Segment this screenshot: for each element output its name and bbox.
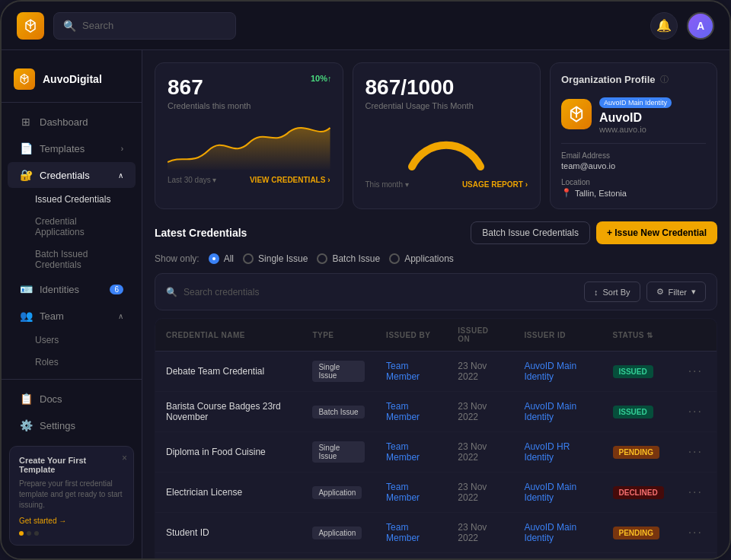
cell-more[interactable]: ···: [675, 392, 717, 432]
cell-issued-by[interactable]: Team Member: [375, 352, 447, 392]
cell-more[interactable]: ···: [675, 432, 717, 473]
sidebar-item-identities[interactable]: 🪪 Identities 6: [8, 276, 136, 302]
template-card-close-button[interactable]: ×: [122, 453, 127, 463]
filter-single-label: Single Issue: [258, 253, 308, 264]
cell-issued-on: 23 Nov 2022: [447, 352, 513, 392]
dot-1: [19, 531, 24, 536]
sub-item-label: Roles: [35, 357, 59, 368]
chevron-down-icon: ▾: [691, 287, 696, 297]
cell-issuer-id[interactable]: AuvoID Main Identity: [513, 352, 602, 392]
sidebar-sub-item-issued[interactable]: Issued Credentials: [8, 189, 136, 210]
sort-icon: ↕: [594, 288, 599, 297]
sidebar-item-team[interactable]: 👥 Team ∧: [8, 303, 136, 329]
col-type: TYPE: [302, 319, 375, 352]
cell-type: Batch Issue: [302, 553, 375, 561]
credentials-issued-section: Credentials Issued 70 of 150: [2, 553, 142, 560]
cell-issued-on: 23 Nov 2022: [447, 553, 513, 561]
cell-issued-by[interactable]: Team Member: [375, 513, 447, 553]
credential-usage-footer: This month ▾ USAGE REPORT ›: [366, 180, 528, 189]
org-identity-info: AuvoID Main Identity AuvoID www.auvo.io: [599, 94, 672, 134]
cell-more[interactable]: ···: [675, 352, 717, 392]
filter-button[interactable]: ⚙ Filter ▾: [646, 282, 706, 302]
credentials-period[interactable]: Last 30 days ▾: [168, 176, 217, 184]
sub-item-label: Credential Applications: [35, 216, 123, 237]
cell-issued-by[interactable]: Team Member: [375, 473, 447, 513]
team-icon: 👥: [20, 310, 32, 322]
cell-issuer-id[interactable]: AuvoID Main Identity: [513, 553, 602, 561]
filter-all[interactable]: All: [209, 253, 234, 264]
col-status: STATUS ⇅: [602, 319, 675, 352]
org-logo: [561, 99, 592, 129]
credentials-actions: Batch Issue Credentials + Issue New Cred…: [471, 221, 717, 244]
table-row: Student ID Application Team Member 23 No…: [155, 513, 717, 553]
cell-issuer-id[interactable]: AuvoID HR Identity: [513, 432, 602, 473]
cell-more[interactable]: ···: [675, 473, 717, 513]
filter-batch[interactable]: Batch Issue: [317, 253, 380, 264]
radio-batch[interactable]: [317, 253, 327, 264]
sidebar-item-label: Identities: [40, 284, 102, 295]
sort-by-button[interactable]: ↕ Sort By: [584, 282, 640, 302]
cell-issued-by[interactable]: Team Member: [375, 392, 447, 432]
org-profile-card: Organization Profile ⓘ AuvoID Main Ident…: [550, 62, 717, 209]
template-card-text: Prepare your first credential template a…: [19, 479, 124, 511]
cell-more[interactable]: ···: [675, 513, 717, 553]
user-avatar[interactable]: A: [687, 12, 714, 40]
main-content: 867 Credentials this month 10%↑: [142, 50, 729, 560]
view-credentials-link[interactable]: VIEW CREDENTIALS ›: [250, 176, 330, 184]
top-search-bar[interactable]: 🔍 Search: [53, 12, 236, 40]
sidebar-sub-item-batch[interactable]: Batch Issued Credentials: [8, 243, 136, 275]
chevron-down-icon: ∧: [118, 312, 123, 320]
filter-icon: ⚙: [656, 287, 664, 297]
search-icon: 🔍: [166, 287, 177, 298]
cell-cred-name: Diploma in Food Cuisine: [155, 432, 302, 473]
sidebar-item-settings[interactable]: ⚙️ Settings: [8, 412, 136, 438]
new-credential-button[interactable]: + Issue New Credential: [596, 221, 717, 244]
cell-type: Application: [302, 473, 375, 513]
usage-period[interactable]: This month ▾: [366, 180, 409, 189]
cell-issuer-id[interactable]: AuvoID Main Identity: [513, 392, 602, 432]
notification-button[interactable]: 🔔: [650, 12, 678, 40]
credentials-month-change: 10%↑: [311, 74, 332, 83]
sidebar-item-label: Team: [40, 310, 110, 322]
usage-gauge: [366, 113, 528, 174]
credentials-month-card: 867 Credentials this month 10%↑: [155, 62, 343, 209]
radio-all[interactable]: [209, 253, 219, 264]
sidebar-sub-item-roles[interactable]: Roles: [8, 352, 136, 373]
radio-applications[interactable]: [389, 253, 400, 264]
cell-more[interactable]: ···: [675, 553, 717, 561]
sidebar-item-credentials[interactable]: 🔐 Credentials ∧: [8, 162, 136, 188]
cell-cred-name: Barista Course Badges 23rd November: [155, 392, 302, 432]
cell-type: Application: [302, 513, 375, 553]
filter-single[interactable]: Single Issue: [243, 253, 308, 264]
sidebar-sub-item-users[interactable]: Users: [8, 329, 136, 351]
period-text: Last 30 days: [168, 176, 211, 184]
batch-issue-button[interactable]: Batch Issue Credentials: [471, 221, 590, 244]
table-search[interactable]: 🔍 Search credentials: [166, 287, 584, 298]
org-location-value: Tallin, Estonia: [575, 189, 627, 198]
cell-issued-on: 23 Nov 2022: [447, 432, 513, 473]
sidebar-item-templates[interactable]: 📄 Templates ›: [8, 135, 136, 161]
cell-cred-name: Debate Team Credential: [155, 352, 302, 392]
search-placeholder: Search: [82, 20, 113, 31]
credential-usage-card: 867/1000 Credential Usage This Month Thi…: [353, 62, 541, 209]
sidebar-item-dashboard[interactable]: ⊞ Dashboard: [8, 109, 136, 135]
org-title-row: Organization Profile ⓘ: [561, 74, 706, 85]
sidebar-sub-item-applications[interactable]: Credential Applications: [8, 211, 136, 243]
cell-issuer-id[interactable]: AuvoID Main Identity: [513, 513, 602, 553]
cell-issuer-id[interactable]: AuvoID Main Identity: [513, 473, 602, 513]
usage-report-link[interactable]: USAGE REPORT ›: [462, 180, 528, 189]
filter-batch-label: Batch Issue: [332, 253, 380, 264]
sidebar-item-docs[interactable]: 📋 Docs: [8, 386, 136, 412]
radio-single[interactable]: [243, 253, 254, 264]
info-icon: ⓘ: [660, 74, 669, 85]
get-started-link[interactable]: Get started →: [19, 517, 124, 525]
cell-issued-on: 23 Nov 2022: [447, 473, 513, 513]
sort-label: Sort By: [602, 288, 630, 297]
cell-status: ISSUED: [602, 352, 675, 392]
org-identity-row: AuvoID Main Identity AuvoID www.auvo.io: [561, 94, 706, 134]
sub-item-label: Batch Issued Credentials: [35, 249, 123, 270]
cell-issued-by[interactable]: Team Member: [375, 553, 447, 561]
filter-applications[interactable]: Applications: [389, 253, 454, 264]
cell-issued-by[interactable]: Team Member: [375, 432, 447, 473]
credential-usage-number: 867/1000: [366, 75, 528, 100]
